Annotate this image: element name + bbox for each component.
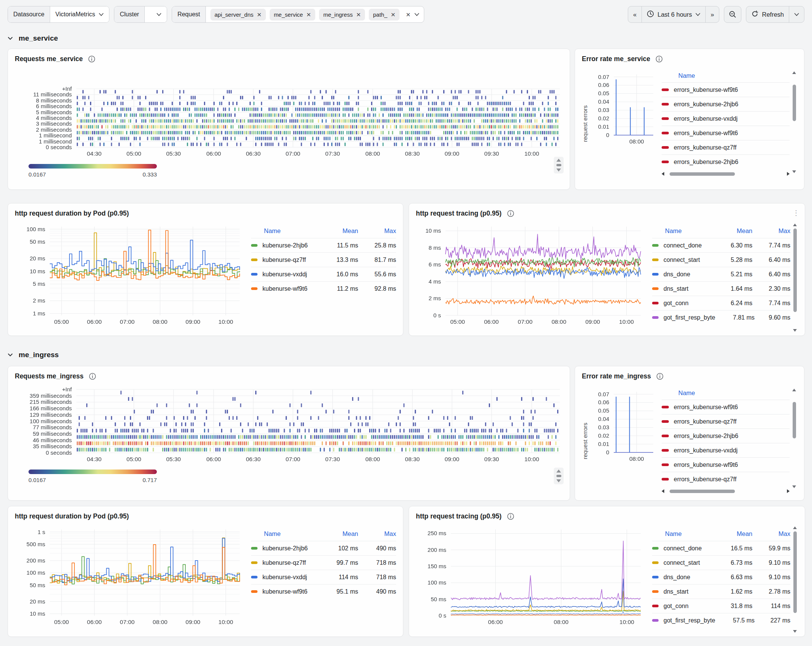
legend-row[interactable]: dns_start1.64 ms2.30 ms: [652, 281, 790, 296]
series-name: kubenurse-vxddj: [262, 574, 316, 581]
info-icon[interactable]: [656, 373, 664, 380]
legend-row[interactable]: errors_kubenurse-wf9t6: [662, 126, 790, 140]
legend-row[interactable]: connect_done16.5 ms59.9 ms: [652, 541, 790, 555]
legend-row[interactable]: errors_kubenurse-qz7ff: [662, 414, 790, 429]
chevron-down-icon[interactable]: [414, 13, 419, 16]
legend-row[interactable]: kubenurse-wf9t695.1 ms490 ms: [251, 584, 396, 599]
heatmap-scroll-widget[interactable]: [554, 157, 564, 173]
info-icon[interactable]: [507, 513, 514, 520]
cluster-picker: Cluster: [114, 6, 167, 23]
time-range-button[interactable]: Last 6 hours: [642, 6, 705, 22]
vertical-scrollbar[interactable]: [792, 224, 798, 332]
y-tick-label: 6 ms: [416, 261, 441, 268]
error-rate-chart[interactable]: 08:000.070.060.050.040.030.020.010: [591, 71, 656, 146]
series-max: 718 ms: [358, 574, 396, 581]
vertical-scrollbar[interactable]: [792, 526, 798, 633]
col-header-max[interactable]: Max: [752, 530, 790, 537]
legend-row[interactable]: kubenurse-qz7ff13.3 ms81.7 ms: [251, 252, 396, 267]
duration-chart[interactable]: 05:0006:0007:0008:0009:0010:00100 ms50 m…: [15, 224, 243, 326]
legend-row[interactable]: errors_kubenurse-vxddj: [662, 111, 790, 126]
col-header-name[interactable]: Name: [251, 227, 316, 235]
chevron-down-icon: [695, 13, 700, 16]
info-icon[interactable]: [656, 55, 663, 63]
legend-header-name[interactable]: Name: [662, 71, 790, 82]
tracing-chart[interactable]: 06:0008:0010:00250 ms200 ms150 ms100 ms5…: [416, 526, 644, 626]
clear-all-icon[interactable]: ✕: [406, 12, 411, 17]
horizontal-scrollbar[interactable]: [662, 172, 790, 176]
refresh-interval-button[interactable]: [789, 6, 804, 22]
error-rate-chart[interactable]: 08:000.070.060.050.040.030.020.010: [591, 389, 656, 463]
x-tick-label: 05:30: [158, 456, 189, 463]
legend-row[interactable]: errors_kubenurse-qz7ff: [662, 140, 790, 154]
filter-tag[interactable]: me_ingress✕: [319, 9, 365, 20]
legend-row[interactable]: errors_kubenurse-qz7ff: [662, 472, 790, 486]
time-shift-forward-button[interactable]: »: [706, 6, 719, 22]
filter-tag[interactable]: me_service✕: [270, 9, 315, 20]
close-icon[interactable]: ✕: [356, 12, 361, 17]
tracing-chart[interactable]: 05:0006:0007:0008:0009:0010:0010 ms8 ms6…: [416, 224, 644, 326]
series-swatch: [662, 435, 669, 437]
legend-row[interactable]: errors_kubenurse-vxddj: [662, 443, 790, 457]
heatmap-requests-me-service[interactable]: 04:3005:0005:3006:0006:3007:0007:3008:00…: [15, 86, 563, 159]
duration-chart[interactable]: 05:0006:0007:0008:0009:0010:001 s500 ms2…: [15, 526, 243, 626]
info-icon[interactable]: [88, 55, 95, 63]
legend-row[interactable]: kubenurse-vxddj114 ms718 ms: [251, 570, 396, 584]
panel-menu-icon[interactable]: ⋮: [793, 209, 799, 217]
col-header-name[interactable]: Name: [251, 530, 316, 537]
col-header-name[interactable]: Name: [652, 227, 711, 235]
legend-row[interactable]: errors_kubenurse-wf9t6: [662, 457, 790, 472]
close-icon[interactable]: ✕: [257, 12, 262, 17]
legend-row[interactable]: dns_done6.63 ms9.10 ms: [652, 570, 790, 584]
scroll-left-icon: [662, 172, 664, 176]
legend-row[interactable]: kubenurse-qz7ff99.7 ms718 ms: [251, 555, 396, 570]
scroll-thumb: [793, 85, 796, 121]
refresh-button[interactable]: Refresh: [746, 6, 789, 22]
legend-row[interactable]: errors_kubenurse-wf9t6: [662, 82, 790, 97]
legend-row[interactable]: errors_kubenurse-2hjb6: [662, 154, 790, 169]
time-shift-back-button[interactable]: «: [628, 6, 641, 22]
col-header-mean[interactable]: Mean: [316, 530, 358, 537]
legend-row[interactable]: dns_done5.21 ms6.40 ms: [652, 267, 790, 281]
legend-row[interactable]: kubenurse-vxddj16.0 ms55.6 ms: [251, 267, 396, 281]
legend-row[interactable]: kubenurse-2hjb6102 ms490 ms: [251, 541, 396, 555]
vertical-scrollbar[interactable]: [791, 71, 797, 173]
col-header-name[interactable]: Name: [652, 530, 711, 537]
section-header-me-ingress[interactable]: me_ingress: [8, 349, 804, 361]
col-header-max[interactable]: Max: [358, 530, 396, 537]
info-icon[interactable]: [507, 210, 514, 217]
legend-row[interactable]: dns_start1.62 ms2.78 ms: [652, 584, 790, 599]
heatmap-scroll-widget[interactable]: [554, 468, 564, 484]
series-swatch: [662, 463, 669, 466]
legend-header-name[interactable]: Name: [662, 389, 790, 400]
close-icon[interactable]: ✕: [306, 12, 311, 17]
vertical-scrollbar[interactable]: [791, 389, 797, 488]
filter-tag[interactable]: path_✕: [369, 9, 400, 20]
info-icon[interactable]: [89, 373, 96, 380]
col-header-max[interactable]: Max: [752, 227, 790, 235]
legend-row[interactable]: got_first_resp_byte57.5 ms227 ms: [652, 613, 790, 627]
datasource-select[interactable]: VictoriaMetrics: [50, 6, 109, 22]
x-tick-label: 08:00: [145, 318, 175, 325]
legend-row[interactable]: kubenurse-wf9t611.2 ms92.8 ms: [251, 281, 396, 296]
legend-row[interactable]: connect_done6.30 ms7.74 ms: [652, 238, 790, 252]
legend-row[interactable]: connect_start6.73 ms9.10 ms: [652, 555, 790, 570]
legend-row[interactable]: connect_start5.28 ms6.40 ms: [652, 252, 790, 267]
legend-row[interactable]: kubenurse-2hjb611.5 ms25.8 ms: [251, 238, 396, 252]
legend-row[interactable]: errors_kubenurse-wf9t6: [662, 400, 790, 414]
legend-row[interactable]: errors_kubenurse-2hjb6: [662, 97, 790, 111]
legend-row[interactable]: got_first_resp_byte7.81 ms9.60 ms: [652, 310, 790, 325]
zoom-out-button[interactable]: [724, 6, 741, 23]
legend-row[interactable]: got_conn6.24 ms7.74 ms: [652, 296, 790, 310]
filter-tag[interactable]: api_server_dns✕: [210, 9, 266, 20]
col-header-mean[interactable]: Mean: [316, 227, 358, 235]
cluster-select[interactable]: [145, 6, 167, 22]
legend-row[interactable]: got_conn31.8 ms114 ms: [652, 599, 790, 613]
legend-row[interactable]: errors_kubenurse-2hjb6: [662, 429, 790, 443]
close-icon[interactable]: ✕: [391, 12, 396, 17]
section-header-me-service[interactable]: me_service: [8, 33, 804, 44]
heatmap-requests-me-ingress[interactable]: 04:3005:0005:3006:0006:3007:0007:3008:00…: [15, 386, 563, 464]
col-header-mean[interactable]: Mean: [711, 227, 752, 235]
col-header-max[interactable]: Max: [358, 227, 396, 235]
horizontal-scrollbar[interactable]: [662, 489, 790, 493]
col-header-mean[interactable]: Mean: [711, 530, 752, 537]
